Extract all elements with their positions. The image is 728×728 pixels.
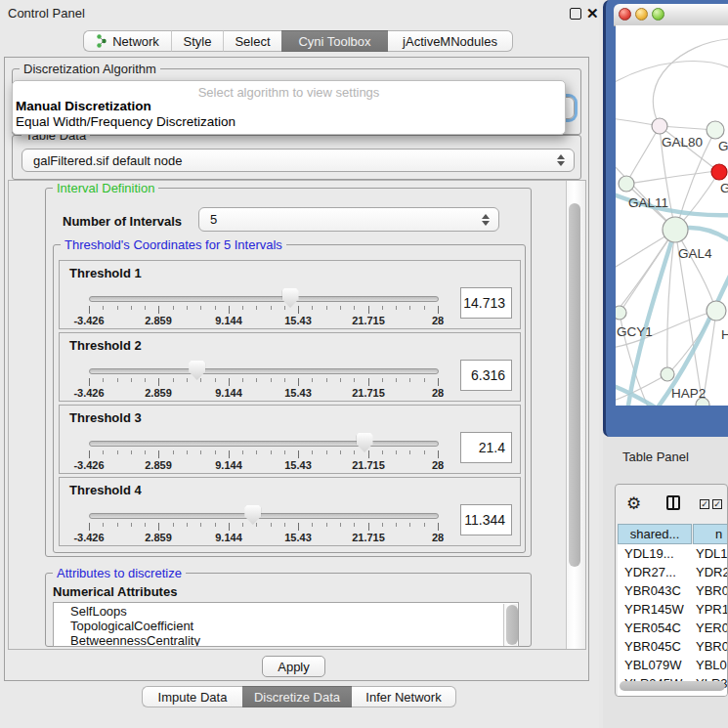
threshold-1-panel: Threshold 1 -3.426 2.859 9.144 15.43 21.… — [59, 260, 521, 329]
node-label: GCY1 — [617, 324, 653, 339]
node-gal11[interactable] — [619, 176, 634, 192]
table-data-combo[interactable]: galFiltered.sif default node — [21, 149, 575, 172]
dropdown-option-equal-width[interactable]: Equal Width/Frequency Discretization — [16, 114, 236, 129]
column-header-name[interactable]: n — [693, 524, 728, 544]
control-panel-titlebar: Control Panel ✕ — [0, 0, 599, 25]
threshold-2-value-field[interactable]: 6.316 — [460, 360, 512, 391]
threshold-4-slider-track[interactable] — [89, 513, 439, 519]
node-h[interactable] — [707, 301, 726, 321]
minimize-window-icon[interactable] — [635, 8, 648, 21]
close-icon[interactable]: ✕ — [586, 5, 599, 22]
node-gal4[interactable] — [663, 217, 688, 242]
table-panel-title: Table Panel — [622, 450, 689, 464]
threshold-1-value-field[interactable]: 14.713 — [460, 287, 512, 319]
control-panel: Control Panel ✕ Network Style Select Cyn… — [0, 0, 599, 728]
algorithm-dropdown-popup: Select algorithm to view settings Manual… — [12, 80, 566, 135]
threshold-4-panel: Threshold 4 -3.426 2.859 9.144 15.43 21.… — [59, 477, 521, 546]
table-row[interactable]: YDR27...YDR2 — [618, 563, 728, 581]
node-top-right[interactable] — [707, 121, 724, 139]
column-header-shared[interactable]: shared... — [618, 524, 692, 544]
node-gal80[interactable] — [652, 118, 667, 134]
table-row[interactable]: YIL052CYIL0 — [618, 693, 728, 697]
numerical-attributes-label: Numerical Attributes — [53, 584, 177, 599]
settings-scrollbar-thumb[interactable] — [569, 203, 580, 567]
checkbox-icon[interactable]: ✓ — [712, 499, 722, 509]
gear-icon[interactable]: ⚙ — [626, 493, 641, 514]
threshold-2-panel: Threshold 2 -3.426 2.859 9.144 15.43 21.… — [59, 332, 521, 402]
list-item[interactable]: SelfLoops — [70, 604, 127, 619]
table-row[interactable]: YPR145WYPR1 — [618, 600, 728, 619]
settings-scrollbar[interactable] — [566, 181, 585, 649]
table-row[interactable]: YER054CYER0 — [618, 619, 728, 637]
dropdown-option-manual[interactable]: Manual Discretization — [16, 99, 151, 113]
node-label: G — [720, 181, 728, 195]
interval-definition-label: Interval Definition — [53, 181, 158, 195]
tab-impute-data[interactable]: Impute Data — [142, 686, 242, 707]
number-of-intervals-combo[interactable]: 5 — [198, 207, 499, 232]
node-label: GAL11 — [628, 195, 668, 210]
tab-jactivemnodules[interactable]: jActiveMNodules — [388, 30, 513, 52]
number-of-intervals-label: Number of Intervals — [63, 214, 182, 229]
threshold-1-slider-track[interactable] — [89, 296, 439, 302]
tab-discretize-data[interactable]: Discretize Data — [242, 686, 352, 707]
apply-button[interactable]: Apply — [262, 656, 325, 677]
list-item[interactable]: TopologicalCoefficient — [70, 619, 193, 633]
columns-icon[interactable] — [666, 495, 680, 510]
threshold-2-slider-thumb[interactable] — [189, 361, 205, 380]
table-row[interactable]: YBR043CYBR0 — [618, 581, 728, 600]
horizontal-scrollbar-thumb[interactable] — [620, 681, 725, 691]
threshold-3-slider-track[interactable] — [89, 441, 439, 447]
threshold-4-value-field[interactable]: 11.344 — [460, 504, 512, 535]
node-label: HAP2 — [671, 386, 706, 401]
table-row[interactable]: YDL19...YDL1 — [618, 544, 728, 563]
discretization-algorithm-label: Discretization Algorithm — [20, 62, 160, 76]
table-row[interactable]: YBR045CYBR0 — [618, 637, 728, 656]
list-item[interactable]: BetweennessCentrality — [70, 633, 200, 647]
network-icon — [96, 34, 107, 48]
threshold-2-slider-track[interactable] — [89, 368, 439, 374]
node-label: H — [721, 327, 728, 342]
stepper-icon — [557, 154, 565, 166]
network-canvas[interactable]: GAL80 GA G GAL11 GAL4 GCY1 H HAP2 — [616, 25, 728, 406]
threshold-3-slider-thumb[interactable] — [357, 433, 373, 452]
numerical-attributes-list: SelfLoops TopologicalCoefficient Between… — [53, 602, 519, 647]
threshold-1-slider-thumb[interactable] — [282, 288, 299, 308]
tab-network[interactable]: Network — [83, 30, 171, 52]
tab-select[interactable]: Select — [223, 30, 281, 52]
threshold-3-panel: Threshold 3 -3.426 2.859 9.144 15.43 21.… — [59, 405, 521, 474]
node-hap2[interactable] — [661, 367, 674, 381]
node-label: GAL80 — [662, 135, 703, 150]
dropdown-hint: Select algorithm to view settings — [13, 85, 565, 100]
tab-style[interactable]: Style — [171, 30, 223, 52]
attributes-group-label: Attributes to discretize — [53, 566, 186, 580]
node-label: GAL4 — [678, 246, 712, 261]
close-window-icon[interactable] — [619, 8, 631, 21]
stepper-icon — [482, 214, 490, 226]
horizontal-scrollbar[interactable] — [618, 679, 727, 693]
node-highlighted-red[interactable] — [711, 164, 727, 180]
tab-cyni-toolbox[interactable]: Cyni Toolbox — [281, 30, 388, 52]
zoom-window-icon[interactable] — [652, 8, 664, 21]
list-scrollbar[interactable] — [503, 604, 517, 646]
table-row[interactable]: YBL079WYBL0 — [618, 656, 728, 674]
checkbox-icon[interactable]: ✓ — [700, 499, 709, 509]
thresholds-group-label: Threshold's Coordinates for 5 Intervals — [61, 237, 286, 252]
panel-title: Control Panel — [8, 6, 85, 21]
tab-infer-network[interactable]: Infer Network — [352, 686, 456, 707]
threshold-4-slider-thumb[interactable] — [244, 505, 261, 525]
threshold-3-value-field[interactable]: 21.4 — [460, 432, 512, 463]
node-gcy1[interactable] — [616, 306, 626, 320]
node-label: GA — [718, 139, 728, 153]
float-window-icon[interactable] — [570, 8, 581, 20]
table-panel-box: ⚙ ✓ ✓ shared... n YDL19...YDL1 YDR27...Y… — [615, 484, 728, 697]
